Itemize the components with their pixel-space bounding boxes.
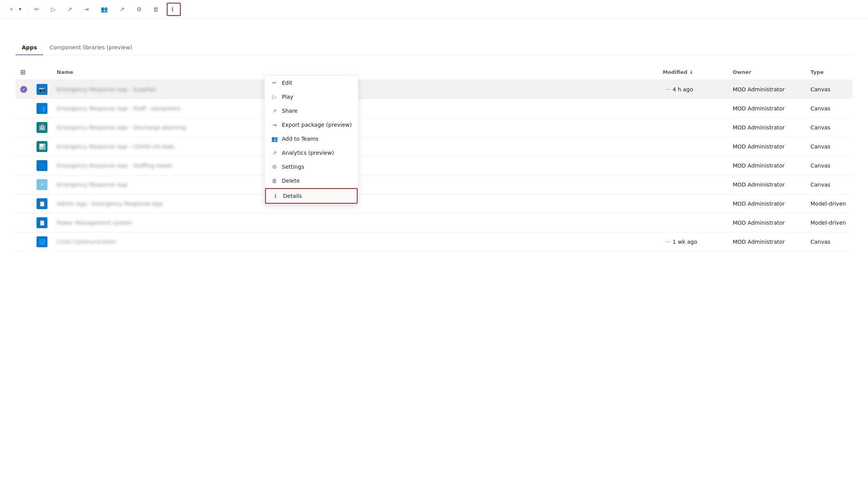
menu-item-icon: ⇥ bbox=[271, 122, 278, 128]
row-select[interactable] bbox=[16, 118, 32, 137]
menu-item-icon: ℹ bbox=[272, 193, 279, 199]
row-select[interactable] bbox=[16, 156, 32, 175]
row-select[interactable] bbox=[16, 137, 32, 156]
row-more-button[interactable]: ··· bbox=[663, 237, 672, 247]
play-button[interactable]: ▷ bbox=[47, 3, 62, 15]
row-select[interactable] bbox=[16, 175, 32, 194]
menu-item-icon: ✏ bbox=[271, 80, 278, 86]
row-modified bbox=[658, 213, 728, 232]
context-menu-item[interactable]: ⇥Export package (preview) bbox=[265, 118, 358, 132]
row-select[interactable] bbox=[16, 99, 32, 118]
row-owner: MOD Administrator bbox=[728, 194, 806, 213]
table-row[interactable]: 👥Emergency Response App - Staff - equipm… bbox=[16, 99, 852, 118]
row-select[interactable]: ✓ bbox=[16, 80, 32, 99]
table-row[interactable]: ⚡Emergency Response AppMOD Administrator… bbox=[16, 175, 852, 194]
teams-icon: 👥 bbox=[101, 6, 108, 13]
settings-button[interactable]: ⚙ bbox=[133, 3, 148, 15]
delete-icon: 🗑 bbox=[153, 6, 159, 12]
row-app-icon: 📋 bbox=[32, 194, 52, 213]
row-modified bbox=[658, 194, 728, 213]
edit-button[interactable]: ✏ bbox=[30, 3, 45, 15]
col-modified: Modified ↓ bbox=[658, 65, 728, 80]
row-type: Canvas bbox=[806, 80, 852, 99]
toolbar: ＋ ▾ ✏ ▷ ↗ ⇥ 👥 ↗ ⚙ 🗑 ℹ bbox=[0, 0, 868, 19]
app-icon: ⚡ bbox=[37, 179, 47, 190]
menu-item-icon: 👥 bbox=[271, 136, 278, 142]
row-app-icon: 🌐 bbox=[32, 232, 52, 251]
context-menu: ✏Edit▷Play↗Share⇥Export package (preview… bbox=[264, 75, 358, 204]
context-menu-item[interactable]: ⚙Settings bbox=[265, 160, 358, 174]
analytics-button[interactable]: ↗ bbox=[116, 3, 131, 15]
menu-item-icon: ▷ bbox=[271, 94, 278, 100]
export-button[interactable]: ⇥ bbox=[80, 3, 95, 15]
row-modified bbox=[658, 137, 728, 156]
row-more-button[interactable]: ··· bbox=[663, 84, 672, 94]
row-owner: MOD Administrator bbox=[728, 213, 806, 232]
col-icon bbox=[32, 65, 52, 80]
context-menu-item[interactable]: ✏Edit bbox=[265, 76, 358, 90]
row-owner: MOD Administrator bbox=[728, 137, 806, 156]
analytics-icon: ↗ bbox=[120, 6, 125, 13]
menu-item-label: Delete bbox=[282, 178, 300, 184]
table-row[interactable]: 🌐Crisis Communication···1 wk agoMOD Admi… bbox=[16, 232, 852, 251]
context-menu-item[interactable]: ▷Play bbox=[265, 90, 358, 104]
apps-table: ⊞ Name Modified ↓ Owner Type ✓📷Emergency… bbox=[16, 65, 852, 251]
row-app-icon: 📊 bbox=[32, 137, 52, 156]
menu-item-icon: 🗑 bbox=[271, 178, 278, 184]
row-app-icon: 📷 bbox=[32, 80, 52, 99]
row-owner: MOD Administrator bbox=[728, 232, 806, 251]
toolbar-divider-1 bbox=[28, 5, 28, 13]
table-row[interactable]: 📋Power Management systemMOD Administrato… bbox=[16, 213, 852, 232]
table-row[interactable]: ✓📷Emergency Response App - Supplies···4 … bbox=[16, 80, 852, 99]
row-app-icon: 🏥 bbox=[32, 118, 52, 137]
row-type: Canvas bbox=[806, 99, 852, 118]
menu-item-label: Details bbox=[283, 193, 302, 199]
app-icon: 📋 bbox=[37, 198, 47, 209]
chevron-down-icon: ▾ bbox=[19, 7, 21, 12]
row-modified bbox=[658, 175, 728, 194]
row-modified bbox=[658, 99, 728, 118]
table-row[interactable]: 👤Emergency Response App - Staffing needs… bbox=[16, 156, 852, 175]
context-menu-item[interactable]: 🗑Delete bbox=[265, 174, 358, 188]
menu-item-label: Play bbox=[282, 94, 293, 100]
share-icon: ↗ bbox=[67, 6, 72, 13]
row-app-icon: 📋 bbox=[32, 213, 52, 232]
details-icon: ℹ bbox=[171, 6, 174, 13]
app-icon: 📊 bbox=[37, 141, 47, 152]
context-menu-item[interactable]: ↗Analytics (preview) bbox=[265, 146, 358, 160]
new-app-button[interactable]: ＋ ▾ bbox=[5, 3, 25, 15]
row-owner: MOD Administrator bbox=[728, 80, 806, 99]
apps-table-container: ⊞ Name Modified ↓ Owner Type ✓📷Emergency… bbox=[16, 65, 852, 251]
menu-item-icon: ⚙ bbox=[271, 164, 278, 170]
tab-component-libraries[interactable]: Component libraries (preview) bbox=[43, 40, 138, 55]
row-select[interactable] bbox=[16, 232, 32, 251]
row-check-icon: ✓ bbox=[20, 86, 27, 93]
row-modified bbox=[658, 118, 728, 137]
row-owner: MOD Administrator bbox=[728, 118, 806, 137]
context-menu-item[interactable]: ↗Share bbox=[265, 104, 358, 118]
menu-item-label: Settings bbox=[282, 164, 304, 170]
table-row[interactable]: 🏥Emergency Response App - Discharge plan… bbox=[16, 118, 852, 137]
details-button[interactable]: ℹ bbox=[167, 3, 181, 16]
context-menu-item[interactable]: ℹDetails bbox=[265, 188, 358, 204]
add-to-teams-button[interactable]: 👥 bbox=[97, 3, 114, 15]
table-row[interactable]: 📋Admin App - Emergency Response AppMOD A… bbox=[16, 194, 852, 213]
plus-icon: ＋ bbox=[9, 5, 14, 13]
tab-apps[interactable]: Apps bbox=[16, 40, 43, 55]
menu-item-label: Edit bbox=[282, 80, 292, 86]
menu-item-label: Share bbox=[282, 108, 297, 114]
row-select[interactable] bbox=[16, 194, 32, 213]
share-button[interactable]: ↗ bbox=[63, 3, 79, 15]
row-owner: MOD Administrator bbox=[728, 175, 806, 194]
row-type: Model-driven bbox=[806, 194, 852, 213]
row-select[interactable] bbox=[16, 213, 32, 232]
row-app-icon: ⚡ bbox=[32, 175, 52, 194]
menu-item-label: Export package (preview) bbox=[282, 122, 352, 128]
delete-button[interactable]: 🗑 bbox=[149, 3, 165, 15]
context-menu-item[interactable]: 👥Add to Teams bbox=[265, 132, 358, 146]
row-app-name: Crisis Communication bbox=[52, 232, 658, 251]
table-row[interactable]: 📊Emergency Response App - COVID-19 stats… bbox=[16, 137, 852, 156]
menu-item-label: Add to Teams bbox=[282, 136, 318, 142]
app-icon: 📋 bbox=[37, 217, 47, 228]
row-owner: MOD Administrator bbox=[728, 156, 806, 175]
